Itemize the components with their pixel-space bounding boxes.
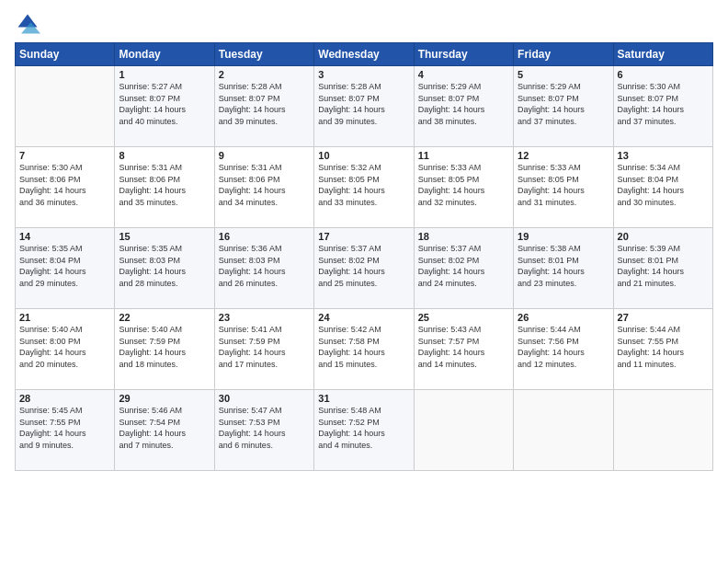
day-number: 26: [518, 312, 609, 323]
day-cell: 24Sunrise: 5:42 AM Sunset: 7:58 PM Dayli…: [314, 309, 414, 390]
day-number: 16: [219, 231, 310, 242]
day-cell: [613, 390, 712, 471]
week-row-3: 14Sunrise: 5:35 AM Sunset: 8:04 PM Dayli…: [16, 228, 713, 309]
day-info: Sunrise: 5:42 AM Sunset: 7:58 PM Dayligh…: [318, 324, 409, 370]
day-number: 27: [618, 312, 709, 323]
header-cell-tuesday: Tuesday: [214, 43, 313, 66]
day-number: 5: [518, 69, 609, 80]
day-info: Sunrise: 5:45 AM Sunset: 7:55 PM Dayligh…: [19, 405, 110, 451]
day-number: 11: [418, 150, 509, 161]
day-info: Sunrise: 5:29 AM Sunset: 8:07 PM Dayligh…: [418, 81, 509, 127]
day-number: 12: [518, 150, 609, 161]
day-info: Sunrise: 5:44 AM Sunset: 7:55 PM Dayligh…: [618, 324, 709, 370]
day-cell: [414, 390, 513, 471]
day-info: Sunrise: 5:43 AM Sunset: 7:57 PM Dayligh…: [418, 324, 509, 370]
day-number: 25: [418, 312, 509, 323]
day-info: Sunrise: 5:32 AM Sunset: 8:05 PM Dayligh…: [318, 162, 409, 208]
day-info: Sunrise: 5:36 AM Sunset: 8:03 PM Dayligh…: [219, 243, 310, 289]
day-number: 2: [219, 69, 310, 80]
day-info: Sunrise: 5:35 AM Sunset: 8:03 PM Dayligh…: [119, 243, 210, 289]
day-number: 23: [219, 312, 310, 323]
day-number: 20: [618, 231, 709, 242]
calendar-body: 1Sunrise: 5:27 AM Sunset: 8:07 PM Daylig…: [16, 66, 713, 471]
day-info: Sunrise: 5:34 AM Sunset: 8:04 PM Dayligh…: [618, 162, 709, 208]
day-info: Sunrise: 5:28 AM Sunset: 8:07 PM Dayligh…: [219, 81, 310, 127]
header-cell-friday: Friday: [514, 43, 613, 66]
day-number: 8: [119, 150, 210, 161]
day-cell: 3Sunrise: 5:28 AM Sunset: 8:07 PM Daylig…: [314, 66, 414, 147]
day-info: Sunrise: 5:38 AM Sunset: 8:01 PM Dayligh…: [518, 243, 609, 289]
day-number: 24: [318, 312, 409, 323]
day-info: Sunrise: 5:44 AM Sunset: 7:56 PM Dayligh…: [518, 324, 609, 370]
day-cell: 8Sunrise: 5:31 AM Sunset: 8:06 PM Daylig…: [115, 147, 214, 228]
header-cell-saturday: Saturday: [613, 43, 712, 66]
day-cell: 20Sunrise: 5:39 AM Sunset: 8:01 PM Dayli…: [613, 228, 712, 309]
header: [15, 11, 713, 37]
day-info: Sunrise: 5:40 AM Sunset: 8:00 PM Dayligh…: [19, 324, 110, 370]
day-cell: 22Sunrise: 5:40 AM Sunset: 7:59 PM Dayli…: [115, 309, 214, 390]
day-info: Sunrise: 5:41 AM Sunset: 7:59 PM Dayligh…: [219, 324, 310, 370]
day-cell: 27Sunrise: 5:44 AM Sunset: 7:55 PM Dayli…: [613, 309, 712, 390]
logo: [15, 11, 44, 37]
day-number: 9: [219, 150, 310, 161]
day-info: Sunrise: 5:35 AM Sunset: 8:04 PM Dayligh…: [19, 243, 110, 289]
day-cell: 21Sunrise: 5:40 AM Sunset: 8:00 PM Dayli…: [16, 309, 115, 390]
day-number: 7: [19, 150, 110, 161]
day-info: Sunrise: 5:39 AM Sunset: 8:01 PM Dayligh…: [618, 243, 709, 289]
day-cell: 23Sunrise: 5:41 AM Sunset: 7:59 PM Dayli…: [214, 309, 313, 390]
day-info: Sunrise: 5:27 AM Sunset: 8:07 PM Dayligh…: [119, 81, 210, 127]
day-info: Sunrise: 5:33 AM Sunset: 8:05 PM Dayligh…: [418, 162, 509, 208]
day-number: 15: [119, 231, 210, 242]
day-cell: 19Sunrise: 5:38 AM Sunset: 8:01 PM Dayli…: [514, 228, 613, 309]
day-info: Sunrise: 5:37 AM Sunset: 8:02 PM Dayligh…: [418, 243, 509, 289]
day-number: 14: [19, 231, 110, 242]
day-number: 22: [119, 312, 210, 323]
day-cell: 1Sunrise: 5:27 AM Sunset: 8:07 PM Daylig…: [115, 66, 214, 147]
day-info: Sunrise: 5:31 AM Sunset: 8:06 PM Dayligh…: [219, 162, 310, 208]
day-cell: 15Sunrise: 5:35 AM Sunset: 8:03 PM Dayli…: [115, 228, 214, 309]
day-cell: [16, 66, 115, 147]
day-cell: 29Sunrise: 5:46 AM Sunset: 7:54 PM Dayli…: [115, 390, 214, 471]
day-info: Sunrise: 5:29 AM Sunset: 8:07 PM Dayligh…: [518, 81, 609, 127]
header-cell-wednesday: Wednesday: [314, 43, 414, 66]
day-cell: 26Sunrise: 5:44 AM Sunset: 7:56 PM Dayli…: [514, 309, 613, 390]
logo-icon: [15, 11, 40, 37]
day-number: 31: [318, 393, 409, 404]
day-number: 18: [418, 231, 509, 242]
day-cell: 10Sunrise: 5:32 AM Sunset: 8:05 PM Dayli…: [314, 147, 414, 228]
day-cell: 14Sunrise: 5:35 AM Sunset: 8:04 PM Dayli…: [16, 228, 115, 309]
day-cell: 25Sunrise: 5:43 AM Sunset: 7:57 PM Dayli…: [414, 309, 513, 390]
day-cell: 30Sunrise: 5:47 AM Sunset: 7:53 PM Dayli…: [214, 390, 313, 471]
day-number: 10: [318, 150, 409, 161]
day-info: Sunrise: 5:33 AM Sunset: 8:05 PM Dayligh…: [518, 162, 609, 208]
day-number: 1: [119, 69, 210, 80]
day-cell: 17Sunrise: 5:37 AM Sunset: 8:02 PM Dayli…: [314, 228, 414, 309]
day-cell: 18Sunrise: 5:37 AM Sunset: 8:02 PM Dayli…: [414, 228, 513, 309]
week-row-2: 7Sunrise: 5:30 AM Sunset: 8:06 PM Daylig…: [16, 147, 713, 228]
day-number: 29: [119, 393, 210, 404]
calendar-header: SundayMondayTuesdayWednesdayThursdayFrid…: [16, 43, 713, 66]
day-cell: 11Sunrise: 5:33 AM Sunset: 8:05 PM Dayli…: [414, 147, 513, 228]
week-row-1: 1Sunrise: 5:27 AM Sunset: 8:07 PM Daylig…: [16, 66, 713, 147]
day-cell: 12Sunrise: 5:33 AM Sunset: 8:05 PM Dayli…: [514, 147, 613, 228]
svg-marker-0: [18, 15, 38, 28]
header-cell-thursday: Thursday: [414, 43, 513, 66]
header-cell-monday: Monday: [115, 43, 214, 66]
day-info: Sunrise: 5:46 AM Sunset: 7:54 PM Dayligh…: [119, 405, 210, 451]
day-info: Sunrise: 5:31 AM Sunset: 8:06 PM Dayligh…: [119, 162, 210, 208]
day-info: Sunrise: 5:28 AM Sunset: 8:07 PM Dayligh…: [318, 81, 409, 127]
day-number: 28: [19, 393, 110, 404]
day-info: Sunrise: 5:30 AM Sunset: 8:06 PM Dayligh…: [19, 162, 110, 208]
day-info: Sunrise: 5:48 AM Sunset: 7:52 PM Dayligh…: [318, 405, 409, 451]
day-cell: 4Sunrise: 5:29 AM Sunset: 8:07 PM Daylig…: [414, 66, 513, 147]
day-cell: 6Sunrise: 5:30 AM Sunset: 8:07 PM Daylig…: [613, 66, 712, 147]
day-cell: 9Sunrise: 5:31 AM Sunset: 8:06 PM Daylig…: [214, 147, 313, 228]
day-info: Sunrise: 5:30 AM Sunset: 8:07 PM Dayligh…: [618, 81, 709, 127]
day-cell: 13Sunrise: 5:34 AM Sunset: 8:04 PM Dayli…: [613, 147, 712, 228]
day-number: 13: [618, 150, 709, 161]
day-cell: 5Sunrise: 5:29 AM Sunset: 8:07 PM Daylig…: [514, 66, 613, 147]
day-cell: [514, 390, 613, 471]
day-info: Sunrise: 5:37 AM Sunset: 8:02 PM Dayligh…: [318, 243, 409, 289]
day-cell: 2Sunrise: 5:28 AM Sunset: 8:07 PM Daylig…: [214, 66, 313, 147]
day-number: 19: [518, 231, 609, 242]
